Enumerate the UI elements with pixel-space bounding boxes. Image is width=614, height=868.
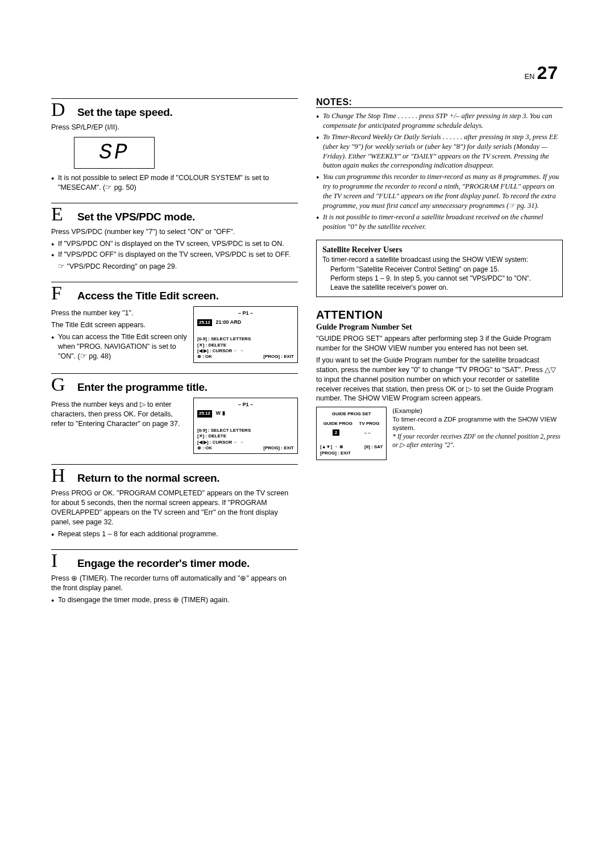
page-number: EN 27	[51, 62, 563, 84]
screen-time: 21:00 ARD	[216, 319, 242, 325]
reference-text: ☞ "VPS/PDC Recording" on page 29.	[51, 262, 298, 272]
note-item: To Change The Stop Time . . . . . . pres…	[316, 111, 563, 131]
legend-line: [✕] : DELETE	[197, 433, 294, 439]
legend-exit: [PROG] : EXIT	[263, 445, 294, 451]
attention-text: "GUIDE PROG SET" appears after performin…	[316, 334, 563, 353]
guide-col-label: GUIDE PROG	[323, 420, 352, 427]
note-text: To disengage the timer mode, press ⊕ (TI…	[51, 595, 298, 605]
notes-heading: NOTES:	[316, 97, 563, 108]
instruction-text: Press VPS/PDC (number key "7") to select…	[51, 227, 298, 237]
step-letter: I	[51, 551, 77, 570]
step-letter: E	[51, 205, 77, 224]
step-title: Access the Title Edit screen.	[77, 290, 219, 302]
note-text: If "VPS/PDC ON" is displayed on the TV s…	[51, 239, 298, 249]
right-column: NOTES: To Change The Stop Time . . . . .…	[316, 97, 563, 615]
step-title: Return to the normal screen.	[77, 472, 219, 485]
step-e: E Set the VPS/PDC mode. Press VPS/PDC (n…	[51, 203, 298, 272]
legend-ok: ⊗ : OK	[197, 354, 212, 360]
example-note: * If your recorder receives ZDF on the c…	[392, 432, 563, 449]
step-title: Engage the recorder's timer mode.	[77, 557, 250, 570]
step-i: I Engage the recorder's timer mode. Pres…	[51, 549, 298, 605]
step-title: Set the tape speed.	[77, 106, 172, 119]
guide-col-label: TV PROG	[359, 420, 380, 427]
screen-date: 25.12	[197, 319, 212, 326]
screen-entry: W ▮	[216, 410, 225, 416]
legend-exit: [PROG] : EXIT	[263, 354, 294, 360]
sat-step: Leave the satellite receiver's power on.	[322, 283, 557, 292]
satellite-receiver-box: Satellite Receiver Users To timer-record…	[316, 240, 563, 298]
step-d: D Set the tape speed. Press SP/LP/EP (I/…	[51, 98, 298, 193]
screen-date: 25.12	[197, 410, 212, 417]
sat-text: To timer-record a satellite broadcast us…	[322, 255, 557, 264]
note-text: It is not possible to select EP mode if …	[51, 173, 298, 193]
guide-legend: [0] : SAT	[364, 444, 383, 450]
guide-legend: [PROG] : EXIT	[320, 450, 383, 456]
guide-title: GUIDE PROG SET	[320, 411, 383, 417]
page-prefix: EN	[524, 72, 534, 81]
legend-line: [✕] : DELETE	[197, 343, 294, 348]
legend-line: [◀ ▶] : CURSOR ← →	[197, 348, 294, 354]
sat-title: Satellite Receiver Users	[322, 245, 557, 256]
note-item: It is not possible to timer-record a sat…	[316, 212, 563, 232]
instruction-text: Press the number key "1".	[51, 308, 188, 318]
guide-value: – –	[364, 429, 371, 436]
instruction-text: Press ⊕ (TIMER). The recorder turns off …	[51, 574, 298, 593]
step-g: G Enter the programme title. Press the n…	[51, 373, 298, 454]
legend-line: [0-9] : SELECT LETTERS	[197, 336, 294, 342]
note-text: Repeat steps 1 – 8 for each additional p…	[51, 529, 298, 539]
title-edit-screen: – P1 – 25.12 21:00 ARD [0-9] : SELECT LE…	[193, 306, 298, 363]
instruction-text: The Title Edit screen appears.	[51, 320, 188, 330]
step-h: H Return to the normal screen. Press PRO…	[51, 464, 298, 539]
title-entry-screen: – P1 – 25.12 W ▮ [0-9] : SELECT LETTERS …	[193, 398, 298, 454]
attention-text: If you want to set the Guide Program num…	[316, 356, 563, 403]
screen-header: – P1 –	[197, 310, 294, 317]
legend-ok: ⊗ : OK	[197, 445, 212, 451]
step-letter: F	[51, 283, 77, 303]
step-letter: H	[51, 466, 77, 485]
example-text: To timer-record a ZDF programme with the…	[392, 415, 563, 432]
instruction-text: Press PROG or OK. "PROGRAM COMPLETED" ap…	[51, 489, 298, 527]
legend-line: [◀ ▶] : CURSOR ← →	[197, 440, 294, 445]
step-f: F Access the Title Edit screen. Press th…	[51, 282, 298, 363]
attention-subheading: Guide Program Number Set	[316, 323, 563, 332]
step-title: Set the VPS/PDC mode.	[77, 211, 195, 223]
sat-step: Perform steps 1 – 9. In step 5, you cann…	[322, 274, 557, 283]
step-letter: D	[51, 100, 77, 119]
guide-value: 2	[333, 429, 339, 436]
note-item: You can programme this recorder to timer…	[316, 172, 563, 211]
note-text: You can access the Title Edit screen onl…	[51, 332, 188, 361]
step-letter: G	[51, 375, 77, 394]
legend-line: [0-9] : SELECT LETTERS	[197, 428, 294, 433]
example-lead: (Example)	[392, 407, 563, 415]
sat-step: Perform "Satellite Receiver Control Sett…	[322, 265, 557, 274]
screen-header: – P1 –	[197, 402, 294, 408]
note-item: To Timer-Record Weekly Or Daily Serials …	[316, 132, 563, 171]
guide-legend: [▲▼] → ⊗	[320, 444, 343, 450]
note-text: If "VPS/PDC OFF" is displayed on the TV …	[51, 250, 298, 260]
page-number-value: 27	[537, 62, 558, 83]
instruction-text: Press SP/LP/EP (I/II).	[51, 123, 298, 132]
left-column: D Set the tape speed. Press SP/LP/EP (I/…	[51, 97, 298, 615]
step-title: Enter the programme title.	[77, 381, 208, 394]
instruction-text: Press the number keys and ▷ to enter cha…	[51, 400, 188, 429]
tape-speed-display: SP	[74, 137, 155, 169]
guide-prog-screen: GUIDE PROG SET GUIDE PROG TV PROG 2 – – …	[316, 407, 387, 460]
attention-heading: ATTENTION	[316, 308, 563, 322]
